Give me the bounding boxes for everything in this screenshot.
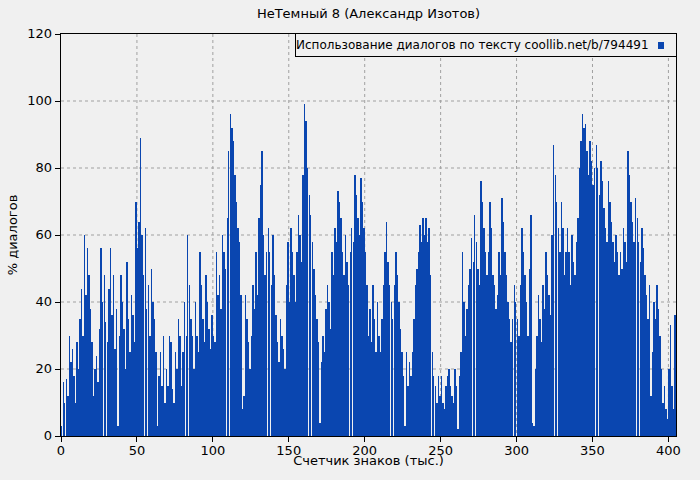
bar bbox=[395, 252, 396, 436]
bar bbox=[272, 235, 273, 436]
bar bbox=[187, 235, 188, 436]
bar bbox=[547, 275, 548, 436]
bar bbox=[371, 342, 372, 436]
bar bbox=[277, 342, 278, 436]
bar bbox=[123, 329, 124, 436]
bar bbox=[322, 336, 323, 437]
bar bbox=[646, 295, 647, 436]
bar bbox=[596, 145, 597, 436]
bar bbox=[249, 369, 250, 436]
bar bbox=[365, 252, 366, 436]
y-tick-mark bbox=[55, 101, 60, 102]
bar bbox=[491, 228, 492, 436]
bar bbox=[110, 248, 111, 436]
bar bbox=[275, 315, 276, 436]
bar bbox=[233, 141, 234, 436]
bar bbox=[451, 396, 452, 436]
bar bbox=[375, 352, 376, 436]
bar bbox=[430, 275, 431, 436]
bar bbox=[424, 235, 425, 436]
bar bbox=[649, 285, 650, 436]
bar bbox=[87, 248, 88, 436]
bar bbox=[333, 275, 334, 436]
bar bbox=[433, 376, 434, 436]
bar bbox=[564, 275, 565, 436]
bar bbox=[76, 342, 77, 436]
bar bbox=[190, 319, 191, 436]
bar bbox=[428, 228, 429, 436]
bar bbox=[503, 222, 504, 436]
bar bbox=[201, 285, 202, 436]
bar bbox=[198, 352, 199, 436]
bar bbox=[359, 235, 360, 436]
bar bbox=[438, 376, 439, 436]
bar bbox=[507, 302, 508, 436]
bar bbox=[577, 218, 578, 436]
bar bbox=[193, 369, 194, 436]
bar bbox=[70, 362, 71, 436]
bar bbox=[353, 242, 354, 436]
bar bbox=[445, 386, 446, 436]
bar bbox=[618, 275, 619, 436]
bar bbox=[258, 218, 259, 436]
bar bbox=[295, 302, 296, 436]
bar bbox=[465, 336, 466, 437]
bar bbox=[536, 336, 537, 437]
bar bbox=[369, 309, 370, 436]
bar bbox=[166, 369, 167, 436]
bar bbox=[454, 369, 455, 436]
bar bbox=[473, 262, 474, 436]
bar bbox=[94, 369, 95, 436]
bar bbox=[421, 242, 422, 436]
bar bbox=[629, 175, 630, 436]
bar bbox=[90, 309, 91, 436]
bar bbox=[633, 242, 634, 436]
bar bbox=[671, 386, 672, 436]
bar bbox=[480, 181, 481, 436]
bar bbox=[237, 228, 238, 436]
bar bbox=[398, 302, 399, 436]
bar bbox=[146, 309, 147, 436]
bar bbox=[611, 222, 612, 436]
bar bbox=[545, 252, 546, 436]
bar bbox=[227, 218, 228, 436]
bar bbox=[457, 429, 458, 436]
bar bbox=[186, 336, 187, 437]
bar bbox=[342, 252, 343, 436]
bar bbox=[289, 302, 290, 436]
bar bbox=[520, 285, 521, 436]
bar bbox=[432, 352, 433, 436]
bar bbox=[466, 309, 467, 436]
bar bbox=[609, 202, 610, 437]
bar bbox=[514, 285, 515, 436]
bar bbox=[111, 315, 112, 436]
bar bbox=[542, 285, 543, 436]
bar bbox=[271, 285, 272, 436]
bar bbox=[392, 319, 393, 436]
bar bbox=[72, 349, 73, 436]
bar bbox=[290, 228, 291, 436]
bar bbox=[307, 168, 308, 436]
bar bbox=[149, 336, 150, 437]
bar bbox=[582, 114, 583, 436]
bar bbox=[305, 121, 306, 436]
bar bbox=[315, 295, 316, 436]
bar bbox=[506, 275, 507, 436]
bar bbox=[107, 342, 108, 436]
bar bbox=[175, 352, 176, 436]
bar bbox=[617, 252, 618, 436]
bar bbox=[412, 352, 413, 436]
bar bbox=[330, 329, 331, 436]
bar bbox=[510, 342, 511, 436]
bar bbox=[624, 242, 625, 436]
bar bbox=[580, 141, 581, 436]
bar bbox=[615, 235, 616, 436]
bar bbox=[220, 309, 221, 436]
bar bbox=[608, 181, 609, 436]
bar bbox=[568, 252, 569, 436]
bar bbox=[132, 315, 133, 436]
bar bbox=[504, 252, 505, 436]
bar bbox=[356, 195, 357, 436]
bar bbox=[583, 128, 584, 436]
bar bbox=[205, 275, 206, 436]
